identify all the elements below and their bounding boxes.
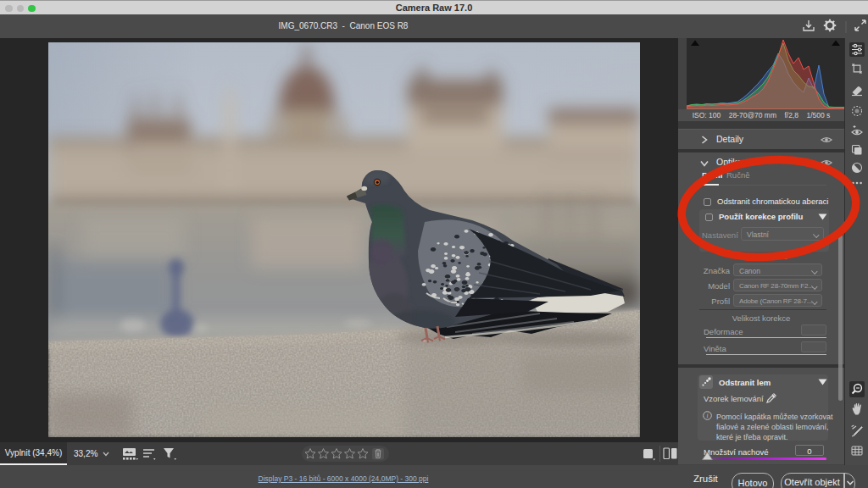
svg-text:i: i xyxy=(706,412,708,419)
